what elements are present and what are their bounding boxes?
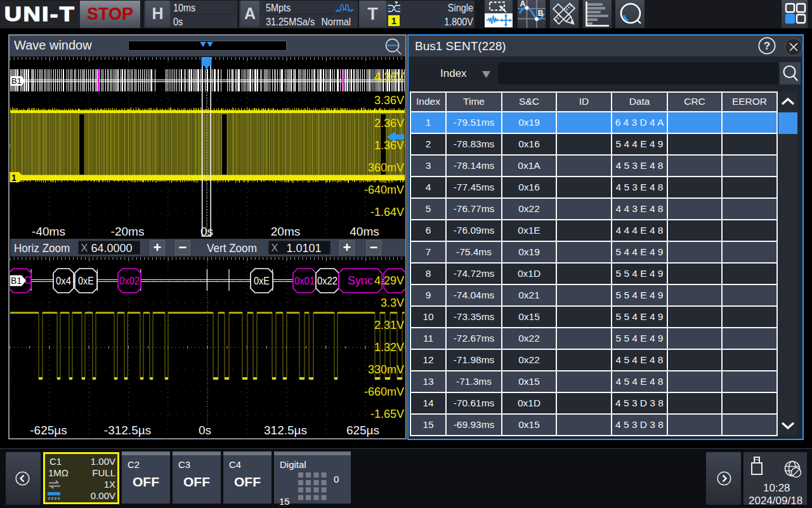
svg-text:4.36V: 4.36V (374, 70, 404, 83)
svg-text:3.36V: 3.36V (374, 94, 404, 107)
svg-text:0xE: 0xE (78, 275, 94, 287)
svg-text:2.36V: 2.36V (374, 117, 404, 130)
svg-text:20ms: 20ms (271, 225, 300, 238)
svg-text:0s: 0s (200, 225, 213, 238)
svg-text:4.29V: 4.29V (374, 274, 404, 287)
svg-text:3.3V: 3.3V (381, 297, 404, 309)
svg-text:40ms: 40ms (350, 225, 379, 238)
svg-text:Sync: Sync (348, 274, 373, 287)
svg-text:1: 1 (11, 173, 16, 183)
svg-text:625µs: 625µs (346, 424, 379, 437)
svg-text:0x4: 0x4 (56, 275, 71, 287)
svg-text:-40ms: -40ms (32, 225, 65, 238)
svg-text:-660mV: -660mV (364, 385, 404, 398)
svg-text:2.31V: 2.31V (374, 319, 404, 331)
svg-text:0x22: 0x22 (317, 275, 337, 287)
svg-text:-640mV: -640mV (364, 184, 404, 196)
svg-text:0x01: 0x01 (294, 275, 315, 287)
svg-text:312.5µs: 312.5µs (264, 424, 307, 437)
svg-text:0x02: 0x02 (119, 275, 140, 287)
svg-text:330mV: 330mV (368, 363, 404, 376)
svg-text:1.36V: 1.36V (374, 139, 404, 152)
svg-text:0xE: 0xE (254, 275, 270, 287)
svg-text:-1.64V: -1.64V (370, 206, 404, 218)
svg-text:-20ms: -20ms (111, 225, 145, 238)
svg-text:-625µs: -625µs (30, 424, 67, 437)
svg-text:1.32V: 1.32V (374, 341, 404, 354)
svg-text:-1.65V: -1.65V (370, 408, 404, 420)
svg-text:B1: B1 (11, 76, 22, 86)
svg-text:360mV: 360mV (368, 161, 404, 174)
svg-text:B1: B1 (11, 276, 22, 286)
svg-text:0s: 0s (199, 424, 211, 437)
svg-text:-312.5µs: -312.5µs (104, 424, 151, 437)
